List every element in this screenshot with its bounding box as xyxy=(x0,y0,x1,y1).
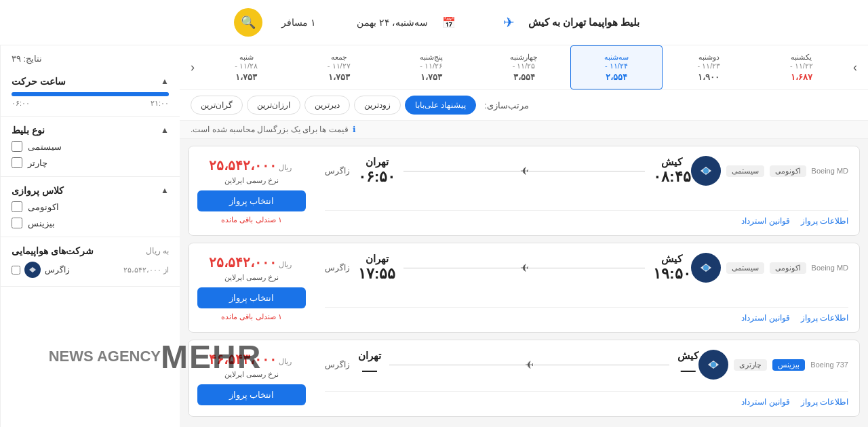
calendar-icon: 📅 xyxy=(442,16,456,29)
airline-zagros-price: از ۲۵،۵۴۲،۰۰۰ xyxy=(123,266,169,274)
ticket-system-item: سیستمی xyxy=(12,141,169,152)
sort-btn-cheapest[interactable]: ارزان‌ترین xyxy=(247,96,300,115)
time-slider[interactable] xyxy=(12,92,169,96)
sort-btn-alibaba[interactable]: پیشنهاد علی‌بابا xyxy=(405,96,476,115)
ticket-type-header: ▲ نوع بلیط xyxy=(12,125,169,136)
date-tab-6[interactable]: شنبه ۱۱/۲۸ - ۱،۷۵۳ xyxy=(200,45,292,89)
flight-row-2: Boeing MD اکونومی سیستمی کیش ۱۹:۵۰ ✈ xyxy=(325,253,848,283)
flight-card-2: Boeing MD اکونومی سیستمی کیش ۱۹:۵۰ ✈ xyxy=(188,243,860,333)
airlines-title: شرکت‌های هواپیمایی xyxy=(12,245,94,256)
sidebar: نتایج: ۳۹ ▲ ساعت حرکت ۲۱:۰۰ ۰۶:۰۰ ▲ نوع … xyxy=(0,45,180,427)
seats-left-2: ۱ صندلی باقی مانده xyxy=(221,312,281,321)
date-tab-day: شنبه xyxy=(203,53,289,62)
flight-row-3: Boeing 737 بیزینس چارتری کیش — ✈ xyxy=(325,350,848,380)
time-labels: ۲۱:۰۰ ۰۶:۰۰ xyxy=(12,99,169,108)
flight-info-link-2[interactable]: اطلاعات پرواز xyxy=(801,313,848,323)
flight-row-1: Boeing MD اکونومی سیستمی کیش ۰۸:۴۵ ✈ xyxy=(325,156,848,186)
sort-bar: مرتب‌سازی: پیشنهاد علی‌بابازودتریندیرتری… xyxy=(180,90,868,121)
ticket-charter-label: چارتر xyxy=(28,158,47,168)
airline-zagros-logo xyxy=(24,262,41,278)
date-tab-price: ۳،۵۵۴ xyxy=(481,72,566,82)
flight-tags-3: Boeing 737 بیزینس چارتری xyxy=(698,350,848,380)
flight-line-1: ✈ xyxy=(395,165,653,178)
date-tab-2[interactable]: سه‌شنبه ۱۱/۲۴ - ۲،۵۵۴ xyxy=(570,45,663,89)
chevron-up-icon-class[interactable]: ▲ xyxy=(161,186,169,195)
date-tab-0[interactable]: یکشنبه ۱۱/۲۲ - ۱،۶۸۷ xyxy=(755,45,848,89)
ticket-system-label: سیستمی xyxy=(28,142,62,152)
sort-btn-fastest[interactable]: زودترین xyxy=(354,96,401,115)
date-prev-button[interactable]: › xyxy=(848,55,863,80)
select-flight-btn-1[interactable]: انتخاب پرواز xyxy=(197,190,306,211)
airline-zagros-checkbox[interactable] xyxy=(12,266,20,274)
chevron-up-icon[interactable]: ▲ xyxy=(161,77,169,86)
time-to: ۲۱:۰۰ xyxy=(151,99,169,108)
date-tab-1[interactable]: دوشنبه ۱۱/۲۳ - ۱،۹۰۰ xyxy=(663,45,755,89)
flight-card-1: Boeing MD اکونومی سیستمی کیش ۰۸:۴۵ ✈ xyxy=(188,146,860,236)
header-flight-icon: ✈ xyxy=(503,14,515,30)
select-flight-btn-2[interactable]: انتخاب پرواز xyxy=(197,287,306,308)
flight-tags-2: Boeing MD اکونومی سیستمی xyxy=(691,253,848,283)
flight-tags-1: Boeing MD اکونومی سیستمی xyxy=(691,156,848,186)
flight-class-tag-2: سیستمی xyxy=(726,262,764,274)
flight-class-tag-1: سیستمی xyxy=(726,165,764,177)
date-tab-4[interactable]: پنج‌شنبه ۱۱/۲۶ - ۱،۷۵۳ xyxy=(385,45,477,89)
flight-line-2: ✈ xyxy=(395,262,653,274)
flight-card-3: Boeing 737 بیزینس چارتری کیش — ✈ xyxy=(188,340,860,417)
svg-point-1 xyxy=(703,168,709,174)
date-tab-day: سه‌شنبه xyxy=(574,53,659,62)
date-tab-day: دوشنبه xyxy=(666,53,751,62)
flight-class-title: کلاس پروازی xyxy=(12,185,64,196)
price-type-1: نرخ رسمی ایرلاین xyxy=(224,176,279,185)
airline-name-1: زاگرس xyxy=(325,166,350,176)
search-button[interactable]: 🔍 xyxy=(234,8,262,37)
ticket-system-checkbox[interactable] xyxy=(12,141,22,152)
airline-logo-3 xyxy=(698,350,728,380)
class-business-checkbox[interactable] xyxy=(12,218,22,228)
flight-cabin-tag-3: بیزینس xyxy=(772,359,805,371)
date-tab-3[interactable]: چهارشنبه ۱۱/۲۵ - ۳،۵۵۴ xyxy=(477,45,570,89)
ticket-charter-checkbox[interactable] xyxy=(12,157,22,168)
svg-point-3 xyxy=(703,265,709,270)
refund-link-1[interactable]: قوانین استرداد xyxy=(741,216,789,226)
flight-info-link-1[interactable]: اطلاعات پرواز xyxy=(801,216,848,226)
airline-zagros-info: زاگرس xyxy=(12,262,70,278)
date-tab-day: جمعه xyxy=(296,53,381,62)
refund-link-2[interactable]: قوانین استرداد xyxy=(741,313,789,323)
sort-btn-expensive[interactable]: گران‌ترین xyxy=(191,96,243,115)
flights-list: Boeing MD اکونومی سیستمی کیش ۰۸:۴۵ ✈ xyxy=(180,146,868,417)
date-tab-5[interactable]: جمعه ۱۱/۲۷ - ۱،۷۵۳ xyxy=(292,45,384,89)
flight-price-section-2: ریال ۲۵،۵۴۲،۰۰۰ نرخ رسمی ایرلاین انتخاب … xyxy=(189,243,314,332)
flight-class-header: ▲ کلاس پروازی xyxy=(12,185,169,196)
date-next-button[interactable]: ‹ xyxy=(185,55,200,80)
sidebar-ticket-type: ▲ نوع بلیط سیستمی چارتر xyxy=(1,117,180,177)
chevron-up-icon-ticket[interactable]: ▲ xyxy=(161,125,169,135)
class-business-item: بیزینس xyxy=(12,218,169,228)
date-tab-date: ۱۱/۲۴ - xyxy=(574,62,659,70)
sort-btn-latest[interactable]: دیرترین xyxy=(304,96,350,115)
flight-price-2: ریال ۲۵،۵۴۲،۰۰۰ xyxy=(209,254,295,270)
price-note: ℹ قیمت ها برای یک بزرگسال محاسبه شده است… xyxy=(180,121,868,139)
sidebar-departure-time: ▲ ساعت حرکت ۲۱:۰۰ ۰۶:۰۰ xyxy=(1,68,180,117)
select-flight-btn-3[interactable]: انتخاب پرواز xyxy=(197,384,306,405)
flight-cabin-tag-2: اکونومی xyxy=(770,262,806,274)
date-tab-price: ۱،۷۵۳ xyxy=(389,72,474,82)
date-tab-day: پنج‌شنبه xyxy=(389,53,474,62)
currency-label: به ریال xyxy=(146,246,169,256)
flight-times-3: کیش — ✈ تهران — زاگرس xyxy=(325,350,698,380)
plane-icon-3: ✈ xyxy=(525,359,534,371)
class-economy-label: اکونومی xyxy=(28,202,59,212)
search-icon: 🔍 xyxy=(241,15,256,30)
sort-options: پیشنهاد علی‌بابازودتریندیرترینارزان‌ترین… xyxy=(191,96,476,115)
sidebar-flight-class: ▲ کلاس پروازی اکونومی بیزینس xyxy=(1,177,180,237)
flight-info-link-3[interactable]: اطلاعات پرواز xyxy=(801,397,848,407)
flight-origin-2: تهران ۱۷:۵۵ xyxy=(358,253,395,283)
price-type-3: نرخ رسمی ایرلاین xyxy=(224,370,279,379)
refund-link-3[interactable]: قوانین استرداد xyxy=(741,397,789,407)
price-note-text: قیمت ها برای یک بزرگسال محاسبه شده است. xyxy=(191,125,349,134)
class-economy-checkbox[interactable] xyxy=(12,201,22,212)
plane-icon-2: ✈ xyxy=(520,262,529,274)
flight-origin-3: تهران — xyxy=(358,350,381,380)
flight-dest-2: کیش ۱۹:۵۰ xyxy=(653,253,690,283)
date-tab-price: ۲،۵۵۴ xyxy=(574,72,659,82)
date-tab-date: ۱۱/۲۸ - xyxy=(203,62,289,70)
